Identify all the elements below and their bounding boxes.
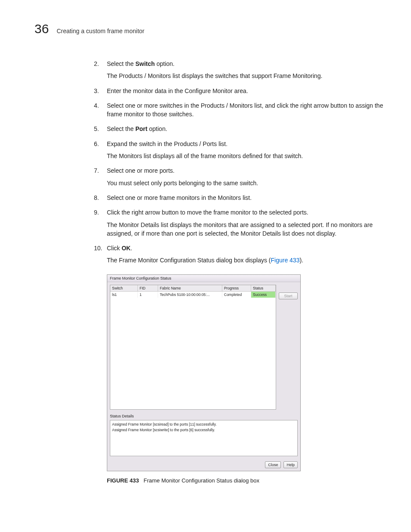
- step-3: Enter the monitor data in the Configure …: [94, 87, 386, 95]
- page-header: 36 Creating a custom frame monitor: [34, 22, 390, 35]
- chapter-number: 36: [34, 22, 49, 35]
- step-2: Select the Switch option. The Products /…: [94, 59, 386, 81]
- details-line: Assigned Frame Monitor [scsiwrite] to th…: [112, 427, 296, 433]
- figure-text: Frame Monitor Configuration Status dialo…: [143, 477, 259, 484]
- col-fabric-name: Fabric Name: [158, 285, 222, 292]
- step-body: The Monitor Details list displays the mo…: [107, 221, 386, 238]
- step-body: The Products / Monitors list displays th…: [107, 72, 386, 80]
- figure-link[interactable]: Figure 433: [271, 257, 300, 264]
- step-list: Select the Switch option. The Products /…: [94, 59, 386, 265]
- step-text: Select one or more ports.: [107, 167, 174, 174]
- chapter-title: Creating a custom frame monitor: [56, 28, 144, 34]
- details-line: Assigned Frame Monitor [scsiread] to the…: [112, 422, 296, 427]
- step-text: Enter the monitor data in the Configure …: [107, 87, 248, 94]
- step-text-post: option.: [147, 125, 167, 132]
- step-5: Select the Port option.: [94, 124, 386, 133]
- step-body: The Monitors list displays all of the fr…: [107, 152, 386, 160]
- step-7: Select one or more ports. You must selec…: [94, 166, 386, 187]
- step-body-post: ).: [299, 257, 303, 264]
- col-status: Status: [251, 285, 276, 292]
- cell-fid: 1: [138, 291, 158, 298]
- step-body-pre: The Frame Monitor Configuration Status d…: [107, 257, 271, 264]
- step-10: Click OK. The Frame Monitor Configuratio…: [94, 244, 386, 265]
- step-4: Select one or more switches in the Produ…: [94, 101, 386, 119]
- step-text: Expand the switch in the Products / Port…: [107, 140, 227, 147]
- cell-fabric-name: TechPubs 5100-10:00:00:05:...: [158, 291, 222, 298]
- col-progress: Progress: [222, 285, 251, 292]
- step-bold: Switch: [135, 60, 155, 67]
- figure-caption: FIGURE 433 Frame Monitor Configuration S…: [107, 477, 386, 484]
- step-bold: OK: [121, 245, 131, 252]
- step-text-post: .: [131, 245, 132, 252]
- cell-switch: ls1: [110, 291, 138, 298]
- start-button[interactable]: Start: [279, 292, 298, 299]
- step-9: Click the right arrow button to move the…: [94, 208, 386, 238]
- table-row[interactable]: ls1 1 TechPubs 5100-10:00:00:05:... Comp…: [110, 291, 276, 298]
- status-details-box: Assigned Frame Monitor [scsiread] to the…: [110, 420, 298, 456]
- step-6: Expand the switch in the Products / Port…: [94, 140, 386, 161]
- step-body: You must select only ports belonging to …: [107, 179, 386, 187]
- step-body: The Frame Monitor Configuration Status d…: [107, 256, 386, 264]
- dialog-titlebar: Frame Monitor Configuration Status: [107, 275, 300, 282]
- cell-progress: Completed: [222, 291, 251, 298]
- step-text-post: option.: [155, 60, 174, 67]
- status-details-label: Status Details: [110, 414, 298, 418]
- step-text: Select one or more switches in the Produ…: [107, 102, 383, 118]
- cell-status: Success: [251, 291, 276, 298]
- step-text: Click the right arrow button to move the…: [107, 209, 308, 216]
- help-button[interactable]: Help: [283, 461, 298, 468]
- status-table: Switch FID Fabric Name Progress Status l…: [110, 285, 276, 410]
- step-bold: Port: [135, 125, 147, 132]
- step-8: Select one or more frame monitors in the…: [94, 193, 386, 202]
- table-header-row: Switch FID Fabric Name Progress Status: [110, 285, 276, 292]
- close-button[interactable]: Close: [265, 461, 281, 468]
- step-text: Select one or more frame monitors in the…: [107, 194, 252, 201]
- dialog-screenshot: Frame Monitor Configuration Status Switc…: [107, 274, 301, 471]
- col-fid: FID: [138, 285, 158, 292]
- step-text: Click: [107, 245, 121, 252]
- step-text: Select the: [107, 60, 135, 67]
- col-switch: Switch: [110, 285, 138, 292]
- figure-label: FIGURE 433: [107, 477, 139, 484]
- step-text: Select the: [107, 125, 135, 132]
